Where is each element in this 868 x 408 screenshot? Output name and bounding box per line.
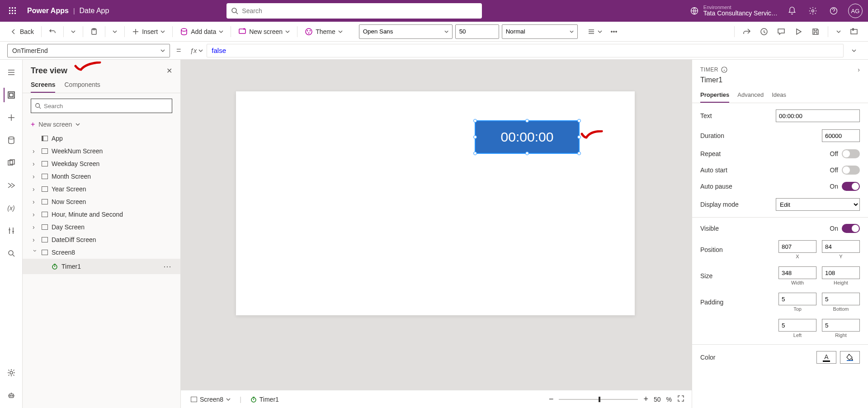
toggle-autostart[interactable]	[842, 166, 860, 175]
preview-button[interactable]	[792, 26, 805, 38]
tree-item-screen[interactable]: ›DateDiff Screen	[23, 233, 180, 246]
save-button[interactable]	[809, 26, 822, 38]
variables-rail-icon[interactable]: (x)	[4, 201, 19, 215]
font-size-input[interactable]	[459, 28, 495, 35]
zoom-in[interactable]: +	[643, 394, 648, 404]
prop-pad-top-input[interactable]	[778, 293, 816, 305]
toggle-autopause[interactable]	[842, 182, 860, 191]
fit-to-window[interactable]	[677, 395, 684, 403]
environment-picker[interactable]: Environment Tata Consultancy Servic…	[690, 5, 778, 17]
prop-duration-input[interactable]	[822, 129, 860, 142]
props-tab-advanced[interactable]: Advanced	[737, 91, 764, 103]
tree-item-timer1[interactable]: Timer1	[23, 259, 180, 274]
back-button[interactable]: Back	[7, 26, 37, 37]
tree-item-screen[interactable]: ›Hour, Minute and Second	[23, 208, 180, 221]
prop-text-input[interactable]	[776, 109, 860, 122]
app-checker-button[interactable]	[757, 26, 771, 38]
tree-item-screen[interactable]: ›Year Screen	[23, 183, 180, 195]
power-automate-rail-icon[interactable]	[4, 178, 19, 193]
expand-props-icon[interactable]: ›	[858, 66, 860, 73]
advanced-tools-rail-icon[interactable]	[4, 223, 19, 238]
tree-search[interactable]	[31, 99, 172, 113]
canvas-area[interactable]: 00:00:00 Screen8 | Timer1	[181, 60, 692, 408]
undo-button[interactable]	[46, 26, 59, 37]
align-menu[interactable]	[585, 26, 605, 37]
undo-menu[interactable]	[68, 28, 78, 36]
breadcrumb-control[interactable]: Timer1	[248, 394, 282, 405]
resize-handle[interactable]	[473, 152, 477, 155]
tree-item-screen[interactable]: ›Day Screen	[23, 221, 180, 233]
paste-menu[interactable]	[110, 28, 120, 36]
comments-button[interactable]	[774, 26, 788, 38]
publish-button[interactable]	[847, 26, 861, 38]
hamburger-icon[interactable]	[4, 65, 19, 80]
settings-rail-icon[interactable]	[4, 365, 19, 380]
font-weight-input[interactable]	[506, 28, 567, 35]
prop-pad-left-input[interactable]	[778, 319, 816, 332]
notifications-icon[interactable]	[786, 5, 798, 17]
user-avatar[interactable]: AG	[848, 4, 863, 18]
settings-icon[interactable]	[807, 5, 819, 17]
props-tab-ideas[interactable]: Ideas	[772, 91, 786, 103]
timer-control[interactable]: 00:00:00	[476, 121, 579, 153]
virtual-agent-rail-icon[interactable]	[4, 388, 19, 403]
tree-item-screen[interactable]: ›Weekday Screen	[23, 157, 180, 170]
new-screen-tree-button[interactable]: + New screen	[23, 119, 180, 132]
font-weight-select[interactable]	[502, 24, 578, 39]
tree-item-app[interactable]: App	[23, 132, 180, 145]
add-data-button[interactable]: Add data	[177, 26, 226, 38]
tree-view-icon[interactable]	[4, 88, 18, 102]
tab-screens[interactable]: Screens	[31, 81, 55, 93]
zoom-out[interactable]: −	[549, 394, 554, 404]
tree-search-input[interactable]	[44, 103, 168, 109]
props-tab-properties[interactable]: Properties	[700, 91, 729, 103]
share-button[interactable]	[740, 26, 754, 38]
tree-item-screen[interactable]: ›Month Screen	[23, 170, 180, 183]
global-search-input[interactable]	[242, 7, 477, 14]
toggle-repeat[interactable]	[842, 149, 860, 158]
control-name[interactable]: Timer1	[700, 76, 860, 84]
font-family-input[interactable]	[363, 28, 442, 35]
resize-handle[interactable]	[525, 119, 529, 123]
prop-height-input[interactable]	[822, 266, 860, 279]
tree-item-screen[interactable]: ›Now Screen	[23, 195, 180, 208]
save-menu[interactable]	[834, 28, 844, 36]
font-family-select[interactable]	[359, 24, 453, 39]
resize-handle[interactable]	[577, 119, 581, 123]
font-size-select[interactable]	[455, 24, 499, 39]
formula-input[interactable]: false	[207, 44, 844, 57]
prop-y-input[interactable]	[822, 240, 860, 253]
global-search[interactable]	[226, 3, 482, 19]
fx-label[interactable]: ƒx	[190, 47, 203, 54]
tree-item-screen[interactable]: ›WeekNum Screen	[23, 145, 180, 157]
media-rail-icon[interactable]	[4, 156, 19, 170]
more-commands[interactable]	[608, 26, 620, 37]
prop-width-input[interactable]	[778, 266, 816, 279]
data-rail-icon[interactable]	[4, 133, 19, 147]
expand-formula-bar[interactable]	[847, 48, 861, 53]
toggle-visible[interactable]	[842, 224, 860, 233]
product-name[interactable]: Power Apps	[27, 7, 69, 15]
resize-handle[interactable]	[473, 135, 477, 139]
app-name[interactable]: Date App	[80, 7, 109, 15]
prop-pad-bottom-input[interactable]	[822, 293, 860, 305]
tree-item-screen-expanded[interactable]: ›Screen8	[23, 246, 180, 259]
property-selector[interactable]: OnTimerEnd	[7, 44, 170, 57]
app-launcher-icon[interactable]	[5, 4, 20, 18]
breadcrumb-screen[interactable]: Screen8	[188, 394, 233, 405]
zoom-slider[interactable]	[559, 399, 638, 400]
new-screen-button[interactable]: New screen	[236, 26, 292, 38]
insert-button[interactable]: Insert	[129, 26, 168, 37]
close-tree-view[interactable]: ✕	[166, 66, 172, 75]
resize-handle[interactable]	[525, 152, 529, 155]
search-rail-icon[interactable]	[4, 246, 19, 261]
insert-rail-icon[interactable]	[4, 110, 19, 125]
resize-handle[interactable]	[473, 119, 477, 123]
prop-x-input[interactable]	[778, 240, 816, 253]
prop-displaymode-select[interactable]: Edit	[776, 198, 860, 211]
theme-button[interactable]: Theme	[302, 26, 345, 38]
info-icon[interactable]	[721, 66, 727, 73]
resize-handle[interactable]	[577, 152, 581, 155]
canvas-screen[interactable]: 00:00:00	[236, 91, 635, 315]
prop-pad-right-input[interactable]	[822, 319, 860, 332]
